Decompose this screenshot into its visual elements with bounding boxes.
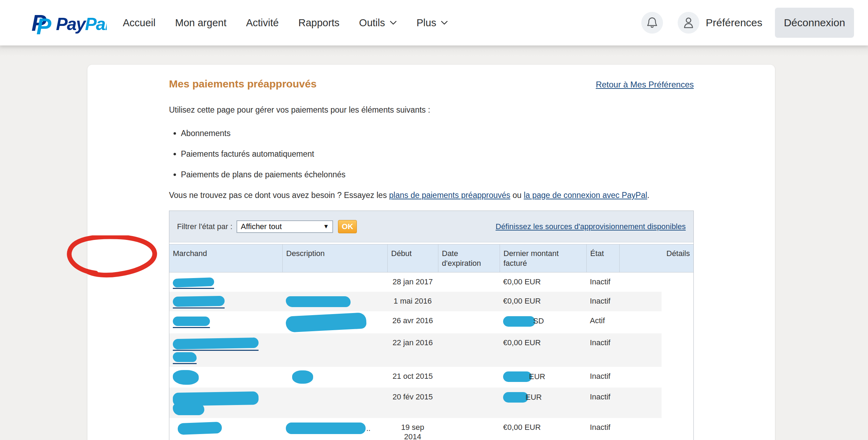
redaction-scribble: [173, 352, 197, 362]
status-cell: Actif: [586, 311, 619, 333]
help-suffix: .: [647, 191, 649, 200]
chevron-down-icon: [389, 20, 397, 25]
payments-table: Filtrer l'état par : Afficher tout ▼ OK …: [169, 211, 694, 440]
nav-plus[interactable]: Plus: [417, 17, 448, 29]
redaction-scribble: [285, 312, 367, 333]
debut-cell: 21 oct 2015: [387, 367, 438, 388]
list-item: Paiements facturés automatiquement: [181, 149, 694, 159]
nav-mon-argent-label: Mon argent: [175, 17, 227, 29]
debut-cell: 22 jan 2016: [387, 333, 438, 367]
svg-text:PayPal: PayPal: [56, 14, 107, 34]
amount-remnant: EUR: [529, 372, 545, 381]
paypal-monogram-icon: P P PayPal: [31, 10, 107, 36]
back-to-preferences-link[interactable]: Retour à Mes Préférences: [596, 80, 694, 90]
amount-cell: €0,00 EUR: [500, 333, 586, 367]
top-navigation: P P PayPal Accueil Mon argent Activité R…: [0, 0, 868, 45]
nav-rapports[interactable]: Rapports: [298, 17, 340, 29]
redaction-scribble: [173, 277, 214, 288]
nav-rapports-label: Rapports: [298, 17, 340, 29]
filter-bar: Filtrer l'état par : Afficher tout ▼ OK …: [169, 211, 693, 242]
col-header-description: Description: [282, 244, 387, 272]
main-nav: Accueil Mon argent Activité Rapports Out…: [123, 17, 448, 29]
nav-mon-argent[interactable]: Mon argent: [175, 17, 227, 29]
amount-cell: €0,00 EUR: [500, 292, 586, 312]
redaction-scribble: [173, 296, 225, 307]
amount-cell: €0,00 EUR: [500, 272, 586, 292]
select-caret-icon: ▼: [323, 223, 329, 230]
col-header-etat: État: [586, 244, 619, 272]
list-item: Abonnements: [181, 129, 694, 138]
main-card: Mes paiements préapprouvés Retour à Mes …: [87, 65, 775, 440]
col-header-debut: Début: [387, 244, 438, 272]
nav-right-cluster: Préférences Déconnexion: [641, 8, 854, 38]
page-background: Mes paiements préapprouvés Retour à Mes …: [0, 45, 868, 440]
amount-remnant: EUR: [525, 393, 542, 402]
redaction-scribble: [286, 423, 366, 434]
status-cell: Inactif: [586, 388, 619, 418]
notifications-button[interactable]: [641, 12, 663, 34]
amount-remnant: SD: [533, 317, 544, 326]
intro-text: Utilisez cette page pour gérer vos paiem…: [169, 105, 694, 115]
nav-accueil[interactable]: Accueil: [123, 17, 156, 29]
status-cell: Inactif: [586, 418, 619, 440]
merchant-link-redacted[interactable]: [173, 338, 259, 351]
redaction-scribble: [503, 316, 535, 327]
nav-outils[interactable]: Outils: [359, 17, 397, 29]
redaction-scribble: [173, 337, 259, 349]
redaction-scribble: [177, 421, 222, 434]
status-cell: Inactif: [586, 292, 619, 312]
nav-activite[interactable]: Activité: [246, 17, 278, 29]
help-prefix: Vous ne trouvez pas ce dont vous avez be…: [169, 191, 389, 200]
status-cell: Inactif: [586, 333, 619, 367]
debut-cell: 19 sep 2014: [399, 423, 426, 440]
merchant-link-redacted[interactable]: [173, 317, 210, 328]
user-icon: [683, 17, 694, 29]
merchant-link-redacted[interactable]: [173, 296, 225, 308]
page-title: Mes paiements préapprouvés: [169, 78, 317, 90]
debut-cell: 28 jan 2017: [387, 272, 438, 292]
redaction-scribble: [286, 296, 351, 307]
redaction-scribble: [503, 392, 528, 403]
nav-outils-label: Outils: [359, 17, 385, 29]
redaction-scribble: [503, 371, 532, 382]
preapproved-plans-link[interactable]: plans de paiements préapprouvés: [389, 191, 510, 200]
table-row: 20 fév 2015 EUR Inactif: [169, 388, 662, 418]
debut-cell: 20 fév 2015: [387, 388, 438, 418]
redaction-scribble: [173, 391, 259, 406]
logout-button[interactable]: Déconnexion: [775, 8, 854, 38]
merchant-link-redacted[interactable]: [173, 278, 214, 289]
table-row: 1 mai 2016 €0,00 EUR Inactif: [169, 292, 662, 312]
filter-label: Filtrer l'état par :: [177, 222, 232, 231]
paypal-login-page-link[interactable]: la page de connexion avec PayPal: [524, 191, 647, 200]
nav-activite-label: Activité: [246, 17, 278, 29]
paypal-logo[interactable]: P P PayPal: [31, 10, 107, 36]
table-row: 28 jan 2017 €0,00 EUR Inactif: [169, 272, 662, 292]
list-item: Paiements de plans de paiements échelonn…: [181, 170, 694, 179]
filter-ok-button[interactable]: OK: [338, 220, 357, 233]
svg-text:P: P: [36, 14, 51, 36]
col-header-details: Détails: [619, 244, 693, 272]
merchant-link-redacted[interactable]: [173, 352, 197, 364]
table-row: 22 jan 2016 €0,00 EUR Inactif: [169, 333, 662, 367]
debut-cell: 26 avr 2016: [387, 311, 438, 333]
status-filter-select[interactable]: Afficher tout ▼: [237, 220, 333, 233]
nav-plus-label: Plus: [417, 17, 436, 29]
help-text: Vous ne trouvez pas ce dont vous avez be…: [169, 191, 694, 200]
payment-types-list: Abonnements Paiements facturés automatiq…: [169, 129, 694, 179]
table-row: 21 oct 2015 EUR Inactif: [169, 367, 662, 388]
help-middle: ou: [510, 191, 524, 200]
col-header-marchand: Marchand: [169, 244, 282, 272]
table-row: 26 avr 2016 SD Actif: [169, 311, 662, 333]
account-button[interactable]: [678, 12, 699, 34]
redaction-scribble: [173, 370, 199, 385]
preferences-link[interactable]: Préférences: [706, 17, 762, 29]
bell-icon: [647, 17, 657, 29]
status-cell: Inactif: [586, 367, 619, 388]
nav-accueil-label: Accueil: [123, 17, 156, 29]
redaction-scribble: [292, 370, 313, 384]
col-header-expiration: Date d'expiration: [438, 244, 500, 272]
amount-cell: €0,00 EUR: [500, 418, 586, 440]
funding-sources-link[interactable]: Définissez les sources d'approvisionneme…: [496, 222, 686, 231]
debut-cell: 1 mai 2016: [387, 292, 438, 312]
status-filter-value: Afficher tout: [241, 222, 282, 231]
